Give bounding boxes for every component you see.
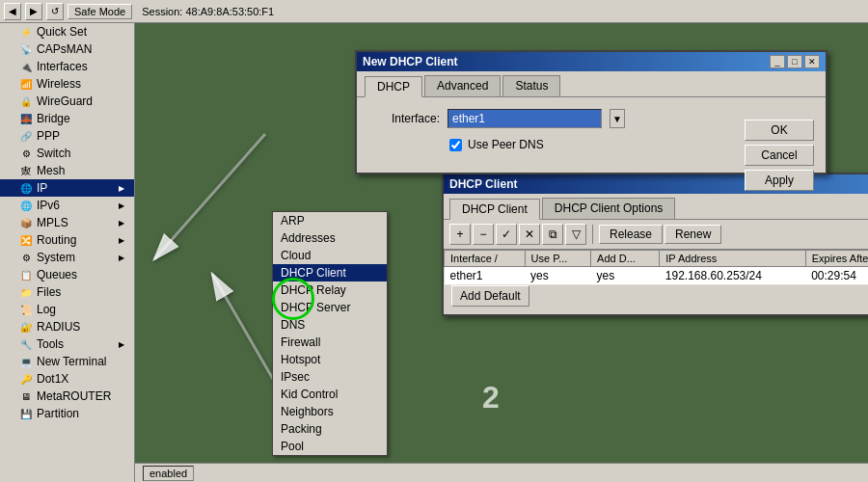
tools-icon: 🔧 (19, 337, 33, 351)
terminal-icon: 💻 (19, 355, 33, 368)
add-default-button[interactable]: Add Default (451, 285, 529, 307)
col-expires-after[interactable]: Expires After (805, 251, 868, 267)
disable-button[interactable]: ✕ (519, 224, 540, 245)
mesh-icon: 🕸 (19, 164, 33, 177)
dhcp-client-table: Interface / Use P... Add D... IP Address… (444, 250, 868, 285)
ppp-icon: 🔗 (19, 129, 33, 143)
ok-button[interactable]: OK (745, 120, 814, 141)
back-button[interactable]: ◀ (4, 3, 21, 20)
sidebar-item-log[interactable]: 📜 Log (0, 301, 134, 318)
sidebar-item-system[interactable]: ⚙ System (0, 249, 134, 266)
table-row[interactable]: ether1 yes yes 192.168.60.253/24 00:29:5… (445, 267, 869, 285)
session-label: Session: 48:A9:8A:53:50:F1 (142, 6, 274, 17)
context-menu-ipsec[interactable]: IPsec (273, 368, 387, 386)
col-ip-address[interactable]: IP Address (660, 251, 805, 267)
interface-input[interactable] (448, 109, 602, 128)
sidebar-item-ipv6[interactable]: 🌐 IPv6 (0, 197, 134, 214)
dhcp-new-tabs: DHCP Advanced Status (357, 71, 826, 97)
context-menu-hotspot[interactable]: Hotspot (273, 351, 387, 368)
routing-icon: 🔀 (19, 233, 33, 247)
cell-use-peer: yes (525, 267, 590, 285)
context-menu-pool[interactable]: Pool (273, 438, 387, 455)
context-menu-cloud[interactable]: Cloud (273, 247, 387, 264)
release-button[interactable]: Release (599, 225, 663, 244)
tab-dhcp[interactable]: DHCP (365, 76, 422, 97)
files-icon: 📁 (19, 285, 33, 299)
radius-icon: 🔐 (19, 320, 33, 334)
sidebar-item-mesh[interactable]: 🕸 Mesh (0, 162, 134, 179)
sidebar-item-queues[interactable]: 📋 Queues (0, 266, 134, 283)
context-menu-dhcp-server[interactable]: DHCP Server (273, 299, 387, 316)
dhcp-new-minimize-button[interactable]: _ (770, 55, 785, 68)
context-menu-firewall[interactable]: Firewall (273, 334, 387, 351)
apply-button[interactable]: Apply (745, 170, 814, 191)
sidebar-item-partition[interactable]: 💾 Partition (0, 405, 134, 422)
sidebar-item-routing[interactable]: 🔀 Routing (0, 231, 134, 249)
col-interface[interactable]: Interface / (445, 251, 526, 267)
dhcp-client-dialog: DHCP Client _ □ ✕ DHCP Client DHCP Clien… (442, 173, 868, 316)
copy-button[interactable]: ⧉ (542, 224, 563, 245)
remove-button[interactable]: − (473, 224, 494, 245)
context-menu-arp[interactable]: ARP (273, 212, 387, 229)
use-peer-dns-label: Use Peer DNS (468, 138, 544, 151)
sidebar-item-capsman[interactable]: 📡 CAPsMAN (0, 40, 134, 58)
sidebar-item-dot1x[interactable]: 🔑 Dot1X (0, 370, 134, 388)
sidebar-item-bridge[interactable]: 🌉 Bridge (0, 110, 134, 127)
sidebar-item-wireless[interactable]: 📶 Wireless (0, 75, 134, 93)
renew-button[interactable]: Renew (665, 225, 721, 244)
sidebar-item-quick-set[interactable]: ⚡ Quick Set (0, 23, 134, 40)
log-icon: 📜 (19, 303, 33, 316)
tab-dhcp-client[interactable]: DHCP Client (449, 199, 540, 220)
sidebar-item-switch[interactable]: ⚙ Switch (0, 145, 134, 162)
status-badge: enabled (143, 466, 194, 481)
sidebar-item-ip[interactable]: 🌐 IP (0, 179, 134, 197)
toolbar-separator (592, 225, 593, 244)
content-area: ARP Addresses Cloud DHCP Client DHCP Rel… (135, 23, 868, 482)
cell-ip-address: 192.168.60.253/24 (660, 267, 805, 285)
context-menu-packing[interactable]: Packing (273, 420, 387, 438)
ip-context-menu: ARP Addresses Cloud DHCP Client DHCP Rel… (272, 211, 388, 456)
enable-button[interactable]: ✓ (496, 224, 517, 245)
interface-dropdown[interactable]: ▼ (610, 109, 625, 128)
wireguard-icon: 🔒 (19, 94, 33, 108)
queues-icon: 📋 (19, 268, 33, 281)
tab-advanced[interactable]: Advanced (424, 75, 501, 96)
sidebar-item-interfaces[interactable]: 🔌 Interfaces (0, 58, 134, 75)
sidebar-item-ppp[interactable]: 🔗 PPP (0, 127, 134, 145)
dhcp-new-title-bar: New DHCP Client _ □ ✕ (357, 52, 826, 71)
use-peer-dns-checkbox[interactable] (449, 139, 462, 151)
context-menu-dhcp-relay[interactable]: DHCP Relay (273, 281, 387, 299)
dhcp-new-close-button[interactable]: ✕ (804, 55, 820, 68)
bridge-icon: 🌉 (19, 112, 33, 125)
add-button[interactable]: + (449, 224, 471, 245)
switch-icon: ⚙ (19, 147, 33, 160)
context-menu-kid-control[interactable]: Kid Control (273, 386, 387, 403)
context-menu-neighbors[interactable]: Neighbors (273, 403, 387, 420)
sidebar-item-radius[interactable]: 🔐 RADIUS (0, 318, 134, 335)
sidebar-item-metarouter[interactable]: 🖥 MetaROUTER (0, 388, 134, 405)
safe-mode-button[interactable]: Safe Mode (68, 4, 132, 19)
context-menu-dhcp-client[interactable]: DHCP Client (273, 264, 387, 281)
dhcp-new-maximize-button[interactable]: □ (787, 55, 802, 68)
sidebar-item-files[interactable]: 📁 Files (0, 283, 134, 301)
dhcp-client-tabs: DHCP Client DHCP Client Options (444, 194, 868, 220)
ip-icon: 🌐 (19, 181, 33, 195)
new-dhcp-client-dialog: New DHCP Client _ □ ✕ DHCP Advanced Stat… (355, 50, 827, 174)
filter-button[interactable]: ▽ (565, 224, 586, 245)
cancel-button[interactable]: Cancel (745, 145, 814, 166)
tab-dhcp-client-options[interactable]: DHCP Client Options (542, 198, 676, 219)
sidebar-item-tools[interactable]: 🔧 Tools (0, 335, 134, 353)
col-add-default[interactable]: Add D... (591, 251, 660, 267)
col-use-peer[interactable]: Use P... (525, 251, 590, 267)
context-menu-addresses[interactable]: Addresses (273, 229, 387, 247)
sidebar-item-mpls[interactable]: 📦 MPLS (0, 214, 134, 231)
forward-button[interactable]: ▶ (25, 3, 42, 20)
partition-icon: 💾 (19, 407, 33, 420)
reload-button[interactable]: ↺ (46, 3, 64, 20)
sidebar-item-new-terminal[interactable]: 💻 New Terminal (0, 353, 134, 370)
sidebar-item-wireguard[interactable]: 🔒 WireGuard (0, 93, 134, 110)
cell-add-default: yes (591, 267, 660, 285)
tab-status[interactable]: Status (502, 75, 560, 96)
context-menu-dns[interactable]: DNS (273, 316, 387, 334)
ipv6-icon: 🌐 (19, 199, 33, 212)
